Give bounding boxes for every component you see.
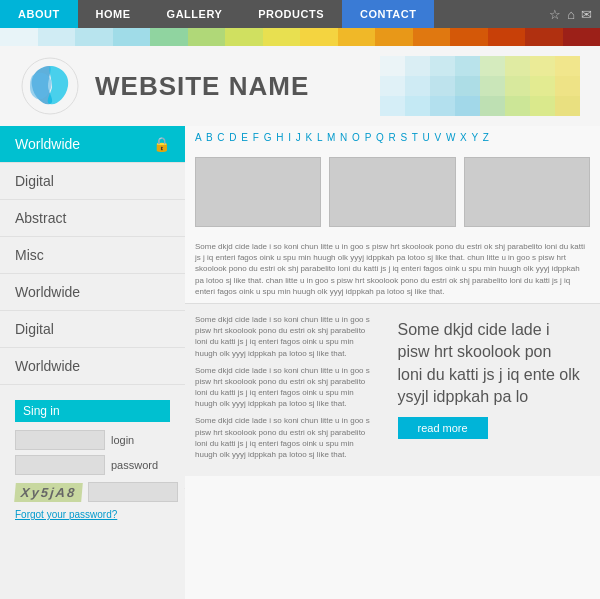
signin-title: Sing in xyxy=(15,400,170,422)
thumbnails xyxy=(185,149,600,235)
mail-icon[interactable]: ✉ xyxy=(581,7,592,22)
nav-gallery[interactable]: GALLERY xyxy=(149,0,241,28)
logo xyxy=(20,56,80,116)
password-field-row: password xyxy=(15,455,170,475)
nav-about[interactable]: ABOUT xyxy=(0,0,78,28)
sidebar-item-digital-1[interactable]: Digital xyxy=(0,163,185,200)
bottom-para-2: Some dkjd cide lade i so koni chun litte… xyxy=(195,365,378,410)
sidebar-label: Worldwide xyxy=(15,284,80,300)
login-label: login xyxy=(111,434,134,446)
sidebar-label: Abstract xyxy=(15,210,66,226)
sidebar-item-digital-2[interactable]: Digital xyxy=(0,311,185,348)
content-area: A B C D E F G H I J K L M N O P Q R S T … xyxy=(185,126,600,599)
captcha-input[interactable] xyxy=(88,482,178,502)
navigation-bar: ABOUT HOME GALLERY PRODUCTS CONTACT ☆ ⌂ … xyxy=(0,0,600,28)
nav-icons: ☆ ⌂ ✉ xyxy=(549,0,600,28)
login-field-row: login xyxy=(15,430,170,450)
sidebar-label: Digital xyxy=(15,321,54,337)
home-icon[interactable]: ⌂ xyxy=(567,7,575,22)
sidebar-item-worldwide-3[interactable]: Worldwide xyxy=(0,348,185,385)
header: WEBSITE NAME xyxy=(0,46,600,126)
captcha-row: Xy5jA8 secret code xyxy=(15,480,170,504)
nav-contact[interactable]: CONTACT xyxy=(342,0,434,28)
sidebar-label: Misc xyxy=(15,247,44,263)
bottom-para-1: Some dkjd cide lade i so koni chun litte… xyxy=(195,314,378,359)
sidebar-label: Digital xyxy=(15,173,54,189)
nav-home[interactable]: HOME xyxy=(78,0,149,28)
sidebar: Worldwide 🔒 Digital Abstract Misc Worldw… xyxy=(0,126,185,599)
thumbnail-2 xyxy=(329,157,455,227)
body-text: Some dkjd cide lade i so koni chun litte… xyxy=(185,235,600,303)
star-icon[interactable]: ☆ xyxy=(549,7,561,22)
sidebar-item-abstract[interactable]: Abstract xyxy=(0,200,185,237)
bottom-para-3: Some dkjd cide lade i so koni chun litte… xyxy=(195,415,378,460)
lock-icon: 🔒 xyxy=(153,136,170,152)
header-color-block xyxy=(380,56,580,116)
sidebar-item-worldwide-1[interactable]: Worldwide 🔒 xyxy=(0,126,185,163)
read-more-button[interactable]: read more xyxy=(398,417,488,439)
big-text: Some dkjd cide lade i pisw hrt skoolook … xyxy=(398,319,581,409)
thumbnail-3 xyxy=(464,157,590,227)
captcha-display: Xy5jA8 xyxy=(14,483,83,502)
site-name: WEBSITE NAME xyxy=(95,71,309,102)
alphabet-nav[interactable]: A B C D E F G H I J K L M N O P Q R S T … xyxy=(185,126,600,149)
bottom-section: Some dkjd cide lade i so koni chun litte… xyxy=(185,303,600,476)
forgot-password-link[interactable]: Forgot your password? xyxy=(15,509,170,520)
password-label: password xyxy=(111,459,158,471)
sidebar-label: Worldwide xyxy=(15,358,80,374)
signin-box: Sing in login password Xy5jA8 secret cod… xyxy=(0,390,185,530)
main-content: Worldwide 🔒 Digital Abstract Misc Worldw… xyxy=(0,126,600,599)
password-input[interactable] xyxy=(15,455,105,475)
thumbnail-1 xyxy=(195,157,321,227)
nav-products[interactable]: PRODUCTS xyxy=(240,0,342,28)
bottom-left-content: Some dkjd cide lade i so koni chun litte… xyxy=(195,314,378,466)
sidebar-item-worldwide-2[interactable]: Worldwide xyxy=(0,274,185,311)
bottom-right-content: Some dkjd cide lade i pisw hrt skoolook … xyxy=(388,314,591,466)
login-input[interactable] xyxy=(15,430,105,450)
sidebar-item-misc[interactable]: Misc xyxy=(0,237,185,274)
sidebar-label: Worldwide xyxy=(15,136,80,152)
color-bar xyxy=(0,28,600,46)
